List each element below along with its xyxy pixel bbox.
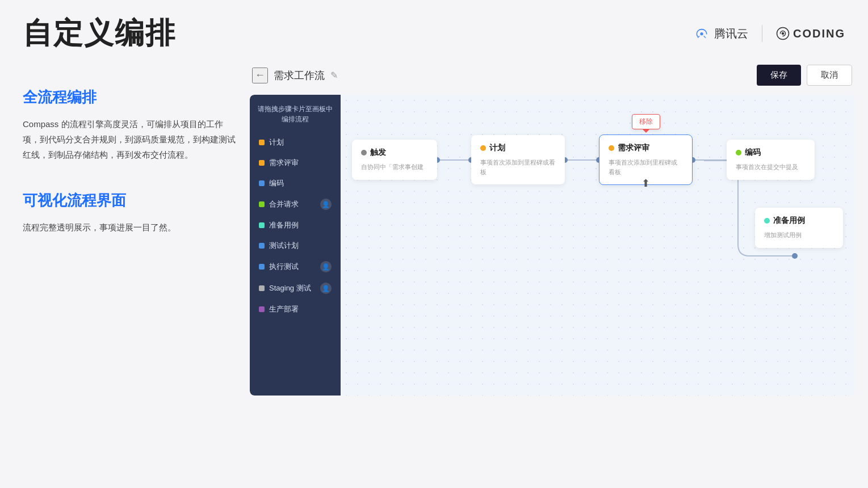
step-badge-merge: 👤 — [320, 199, 332, 210]
flow-row-2: 准备用例 增加测试用例 — [755, 208, 843, 248]
step-label-testplan: 测试计划 — [269, 241, 299, 251]
remove-tooltip[interactable]: 移除 — [632, 114, 660, 129]
tencent-cloud-icon — [694, 28, 710, 39]
connector-3 — [693, 159, 727, 161]
step-label-plan: 计划 — [269, 137, 284, 148]
step-dot-staging — [259, 285, 265, 291]
flow-node-plan-header: 计划 — [480, 143, 556, 153]
step-item-exectest[interactable]: 执行测试 👤 — [250, 256, 341, 277]
flow-node-trigger-dot — [361, 150, 367, 155]
section1-title: 全流程编排 — [23, 87, 238, 107]
step-label-testcase: 准备用例 — [269, 220, 299, 230]
flow-node-review-desc: 事项首次添加到里程碑或看板 — [609, 158, 683, 176]
connector-1 — [437, 159, 471, 161]
workflow-title: 需求工作流 — [274, 69, 325, 82]
step-label-review: 需求评审 — [269, 158, 299, 168]
flow-node-review-dot — [609, 145, 614, 151]
flow-node-testcase[interactable]: 准备用例 增加测试用例 — [755, 208, 843, 248]
step-item-testcase[interactable]: 准备用例 — [250, 215, 341, 235]
page-title: 自定义编排 — [23, 14, 176, 53]
step-dot-review — [259, 160, 265, 166]
back-button[interactable]: ← — [252, 68, 268, 83]
cursor-icon: ⬆ — [641, 177, 650, 190]
connector-3-wrapper — [693, 159, 727, 161]
step-dot-deploy — [259, 306, 265, 312]
step-dot-plan — [259, 140, 265, 145]
header-actions: 保存 取消 — [757, 65, 852, 86]
flow-node-review-wrapper: 移除 需求评审 事项首次添加到里程碑或看板 ⬆ — [599, 134, 693, 185]
coding-icon — [776, 27, 790, 40]
tencent-logo: 腾讯云 — [694, 26, 748, 41]
flow-node-trigger[interactable]: 触发 自协同中「需求事创建 — [352, 140, 437, 180]
flow-canvas: 触发 自协同中「需求事创建 计划 — [341, 95, 854, 396]
main-content: 全流程编排 Compass 的流程引擎高度灵活，可编排从项目的工作项，到代码分支… — [0, 65, 868, 396]
step-item-merge[interactable]: 合并请求 👤 — [250, 193, 341, 215]
flow-node-plan[interactable]: 计划 事项首次添加到里程碑或看板 — [471, 135, 565, 184]
step-item-testplan[interactable]: 测试计划 — [250, 235, 341, 256]
flow-node-code[interactable]: 编码 事项首次在提交中提及 — [727, 140, 815, 180]
logo-divider — [762, 25, 762, 42]
step-label-deploy: 生产部署 — [269, 304, 299, 314]
canvas-area: 请拖拽步骤卡片至画板中编排流程 计划 需求评审 编码 合并请求 👤 — [250, 95, 854, 396]
flow-node-testcase-dot — [764, 218, 770, 224]
step-label-merge: 合并请求 — [269, 199, 299, 209]
workflow-header: ← 需求工作流 ✎ 保存 取消 — [250, 65, 854, 86]
step-item-review[interactable]: 需求评审 — [250, 153, 341, 173]
flow-node-review-header: 需求评审 — [609, 143, 683, 153]
step-label-staging: Staging 测试 — [269, 283, 311, 293]
step-badge-exectest: 👤 — [320, 261, 332, 272]
logos-area: 腾讯云 CODING — [694, 25, 845, 42]
coding-logo: CODING — [776, 27, 845, 40]
flow-node-testcase-title: 准备用例 — [773, 216, 805, 226]
cancel-button[interactable]: 取消 — [807, 65, 852, 86]
step-label-code: 编码 — [269, 178, 284, 188]
save-button[interactable]: 保存 — [757, 65, 801, 86]
left-panel: 全流程编排 Compass 的流程引擎高度灵活，可编排从项目的工作项，到代码分支… — [23, 65, 238, 396]
connector-2 — [565, 159, 599, 161]
flow-node-code-desc: 事项首次在提交中提及 — [736, 162, 806, 172]
page-header: 自定义编排 腾讯云 CODING — [0, 0, 868, 59]
step-dot-merge — [259, 201, 265, 207]
flow-node-review-title: 需求评审 — [618, 143, 649, 153]
flow-node-plan-title: 计划 — [489, 143, 505, 153]
flow-node-code-header: 编码 — [736, 148, 806, 158]
step-dot-exectest — [259, 264, 265, 270]
step-dot-code — [259, 180, 265, 186]
edit-icon[interactable]: ✎ — [330, 70, 338, 81]
step-dot-testcase — [259, 222, 265, 228]
flow-node-trigger-desc: 自协同中「需求事创建 — [361, 162, 428, 172]
flow-node-trigger-header: 触发 — [361, 148, 428, 158]
step-label-exectest: 执行测试 — [269, 262, 299, 272]
step-item-staging[interactable]: Staging 测试 👤 — [250, 277, 341, 299]
steps-sidebar: 请拖拽步骤卡片至画板中编排流程 计划 需求评审 编码 合并请求 👤 — [250, 95, 341, 396]
workflow-title-area: ← 需求工作流 ✎ — [252, 68, 338, 83]
step-item-plan[interactable]: 计划 — [250, 132, 341, 153]
flow-node-trigger-title: 触发 — [370, 148, 386, 158]
step-badge-staging: 👤 — [320, 283, 332, 294]
svg-point-3 — [792, 253, 798, 259]
right-area: ← 需求工作流 ✎ 保存 取消 请拖拽步骤卡片至画板中编排流程 计划 — [238, 65, 854, 396]
section2-title: 可视化流程界面 — [23, 191, 238, 211]
flow-node-testcase-header: 准备用例 — [764, 216, 834, 226]
flow-node-code-dot — [736, 150, 741, 155]
step-item-deploy[interactable]: 生产部署 — [250, 299, 341, 319]
svg-point-0 — [700, 32, 703, 35]
step-item-code[interactable]: 编码 — [250, 173, 341, 193]
section2-desc: 流程完整透明展示，事项进展一目了然。 — [23, 220, 238, 235]
flow-node-plan-dot — [480, 145, 486, 151]
flow-node-testcase-desc: 增加测试用例 — [764, 230, 834, 240]
section1-desc: Compass 的流程引擎高度灵活，可编排从项目的工作项，到代码分支合并规则，到… — [23, 116, 238, 162]
step-dot-testplan — [259, 243, 265, 249]
steps-sidebar-hint: 请拖拽步骤卡片至画板中编排流程 — [250, 104, 341, 132]
svg-point-2 — [782, 32, 785, 35]
flow-node-plan-desc: 事项首次添加到里程碑或看板 — [480, 158, 556, 176]
flow-node-code-title: 编码 — [745, 148, 761, 158]
